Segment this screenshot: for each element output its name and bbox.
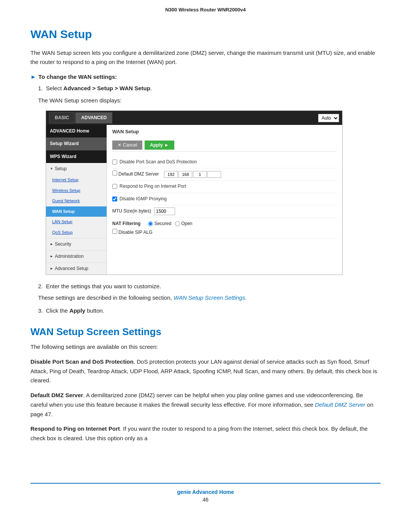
nat-open-label[interactable]: Open <box>175 220 192 227</box>
respond-ping-label[interactable]: Respond to Ping on Internet Port <box>112 183 186 190</box>
sidebar-security-section[interactable]: ► Security <box>46 238 107 250</box>
nat-secured-label[interactable]: Secured <box>148 220 171 227</box>
default-dmz-row: Default DMZ Server <box>112 168 337 181</box>
tri-icon-security: ► <box>50 241 53 247</box>
x-icon: ✕ <box>118 142 121 148</box>
arrow-icon: ► <box>30 73 36 80</box>
step2-text: Enter the settings that you want to cust… <box>46 283 161 289</box>
step-1: 1. Select Advanced > Setup > WAN Setup. … <box>38 84 381 275</box>
mtu-row: MTU Size(in bytes) <box>112 205 337 218</box>
mtu-label: MTU Size(in bytes) <box>112 208 151 215</box>
respond-ping-bold: Respond to Ping on Internet Port <box>30 425 120 432</box>
page-header: N300 Wireless Router WNR2000v4 <box>0 0 411 16</box>
footer-page-num: 46 <box>30 497 381 503</box>
step3-post: . <box>245 294 247 301</box>
sidebar-guest-network[interactable]: Guest Network <box>46 196 107 206</box>
sidebar-internet-setup[interactable]: Internet Setup <box>46 175 107 185</box>
apply-label: Apply <box>150 142 162 148</box>
step1-text: Select <box>46 85 64 91</box>
nat-top-row: NAT Filtering Secured Open <box>112 220 193 227</box>
steps-list: 1. Select Advanced > Setup > WAN Setup. … <box>38 84 381 315</box>
mtu-input[interactable] <box>154 208 175 215</box>
sidebar-lan-setup[interactable]: LAN Setup <box>46 217 107 227</box>
router-top-right: Auto <box>318 114 339 122</box>
dmz-checkbox[interactable] <box>112 171 117 176</box>
respond-ping-row: Respond to Ping on Internet Port <box>112 181 337 193</box>
section2-title: WAN Setup Screen Settings <box>30 326 381 338</box>
router-tabs: BASIC ADVANCED <box>49 112 112 123</box>
sidebar-wireless-setup[interactable]: Wireless Setup <box>46 185 107 196</box>
para-disable-port-scan: Disable Port Scan and DoS Protection. Do… <box>30 357 381 385</box>
auto-dropdown[interactable]: Auto <box>318 114 339 122</box>
intro-paragraph: The WAN Setup screen lets you configure … <box>30 48 381 67</box>
dmz-checkbox-label[interactable]: Default DMZ Server <box>112 171 159 178</box>
disable-sip-checkbox[interactable] <box>112 229 117 234</box>
footer-link[interactable]: genie Advanced Home <box>30 489 381 495</box>
sidebar-administration-section[interactable]: ► Administration <box>46 250 107 262</box>
router-sidebar: ADVANCED Home Setup Wizard WPS Wizard ▼ … <box>46 125 107 275</box>
router-main-title: WAN Setup <box>112 128 337 136</box>
tab-advanced[interactable]: ADVANCED <box>75 112 112 123</box>
screen-displays-label: The WAN Setup screen displays: <box>38 96 381 105</box>
disable-port-scan-row: Disable Port Scan and DoS Protection <box>112 156 337 168</box>
apply-button[interactable]: Apply ► <box>145 141 174 150</box>
nat-secured-radio[interactable] <box>148 221 153 226</box>
nat-label: NAT Filtering <box>112 220 140 227</box>
step4-post: button. <box>85 307 104 314</box>
wan-settings-link[interactable]: WAN Setup Screen Settings <box>174 294 245 301</box>
default-dmz-link[interactable]: Default DMZ Server <box>315 401 366 408</box>
sidebar-item-setup-wizard[interactable]: Setup Wizard <box>46 137 107 150</box>
disable-port-scan-label[interactable]: Disable Port Scan and DoS Protection <box>112 158 197 166</box>
tri-icon-admin: ► <box>50 254 53 259</box>
content-area: WAN Setup The WAN Setup screen lets you … <box>0 16 411 471</box>
arrow-right-icon: ► <box>164 142 169 148</box>
nat-radio-group: Secured Open <box>148 220 192 227</box>
dmz-ip-4[interactable] <box>207 171 221 178</box>
arrow-heading-text: To change the WAN settings: <box>38 73 117 80</box>
step4-num: 3. <box>38 307 43 314</box>
sidebar-item-advanced-home[interactable]: ADVANCED Home <box>46 125 107 137</box>
respond-ping-text: Respond to Ping on Internet Port <box>119 183 186 190</box>
step3-pre: These settings are described in the foll… <box>38 294 174 301</box>
disable-igmp-text: Disable IGMP Proxying <box>119 195 167 203</box>
respond-ping-checkbox[interactable] <box>112 184 117 189</box>
disable-igmp-checkbox[interactable] <box>112 197 117 201</box>
disable-igmp-label[interactable]: Disable IGMP Proxying <box>112 195 167 203</box>
arrow-heading: ► To change the WAN settings: <box>30 73 381 80</box>
cancel-label: Cancel <box>123 142 137 148</box>
triangle-icon: ▼ <box>50 166 53 171</box>
disable-sip-text: Disable SIP ALG <box>118 230 152 235</box>
page-footer: genie Advanced Home 46 <box>30 483 381 506</box>
nat-secured-text: Secured <box>154 220 171 227</box>
disable-sip-label[interactable]: Disable SIP ALG <box>112 229 153 236</box>
step-3: 3. Click the Apply button. <box>38 306 381 315</box>
disable-port-scan-checkbox[interactable] <box>112 160 117 165</box>
step1-bold: Advanced > Setup > WAN Setup <box>64 85 150 91</box>
nat-open-radio[interactable] <box>175 221 180 226</box>
dmz-ip-2[interactable] <box>178 171 192 178</box>
router-topbar: BASIC ADVANCED Auto <box>46 111 342 125</box>
cancel-button[interactable]: ✕ Cancel <box>112 141 142 150</box>
step-2: 2. Enter the settings that you want to c… <box>38 282 381 302</box>
sidebar-advanced-setup-section[interactable]: ► Advanced Setup <box>46 262 107 275</box>
step2-sub: These settings are described in the foll… <box>38 293 381 302</box>
step4-bold: Apply <box>69 307 85 314</box>
dmz-ip-1[interactable] <box>164 171 178 178</box>
disable-port-scan-text: Disable Port Scan and DoS Protection <box>119 158 197 166</box>
dmz-ip-3[interactable] <box>193 171 207 178</box>
security-label: Security <box>55 241 71 248</box>
nat-open-text: Open <box>181 220 192 227</box>
header-title: N300 Wireless Router WNR2000v4 <box>165 7 246 13</box>
sidebar-qos-setup[interactable]: QoS Setup <box>46 227 107 238</box>
page-title: WAN Setup <box>30 28 381 41</box>
tab-basic[interactable]: BASIC <box>49 112 75 123</box>
sidebar-setup-section: ▼ Setup <box>46 163 107 175</box>
section2-intro: The following settings are available on … <box>30 342 381 352</box>
router-body: ADVANCED Home Setup Wizard WPS Wizard ▼ … <box>46 125 342 275</box>
sidebar-wan-setup[interactable]: WAN Setup <box>46 206 107 217</box>
tri-icon-advanced: ► <box>50 266 53 271</box>
step4-pre: Click the <box>46 307 70 314</box>
advanced-setup-label: Advanced Setup <box>55 265 88 272</box>
sidebar-item-wps-wizard[interactable]: WPS Wizard <box>46 150 107 163</box>
nat-row: NAT Filtering Secured Open <box>112 218 337 239</box>
